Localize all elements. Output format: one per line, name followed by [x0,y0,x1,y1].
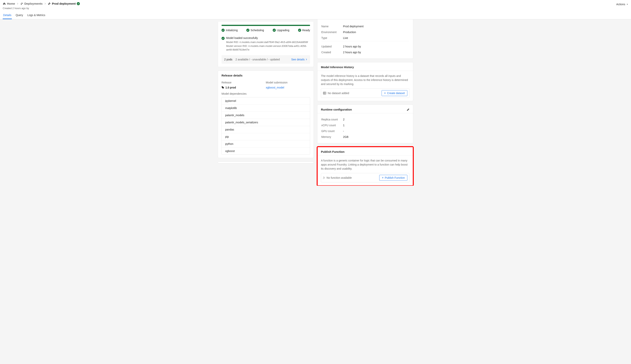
see-details-link[interactable]: See details [291,58,307,61]
stage-label: Scheduling [251,29,264,32]
breadcrumb-current: Prod deployment [48,2,80,5]
list-item: pandas [222,126,310,133]
meta-updated-label: Updated [321,44,343,49]
check-icon [273,29,276,32]
deps-label: Model dependencies [221,92,310,95]
meta-env-label: Environment [321,30,343,35]
list-item: pip [222,133,310,140]
meta-table: NameProd deployment EnvironmentProductio… [321,23,410,55]
vcpu-value: 1 [343,122,409,128]
stage-upgrading: Upgrading [273,29,289,32]
chevron-right-icon [44,3,46,5]
meta-name-label: Name [321,24,343,29]
list-item: palantir_models_serializers [222,119,310,126]
runtime-table: Replica count2 vCPU count1 GPU count- Me… [321,116,410,140]
runtime-card: Runtime configuration Replica count2 vCP… [317,104,413,143]
check-icon [221,29,225,32]
plus-icon: + [382,176,384,179]
stage-label: Upgrading [277,29,289,32]
pods-count: 2 pods [224,58,232,61]
memory-label: Memory [321,134,343,140]
stage-label: Initializing [226,29,238,32]
model-version-rid: Model version RID: ri.models.main.model-… [226,44,310,52]
home-icon [3,2,6,5]
no-function-label: No function available [327,176,352,179]
meta-type-value: Live [343,35,409,41]
check-icon [246,29,249,32]
actions-menu[interactable]: Actions [616,3,628,6]
next-card-peek [218,162,314,164]
vcpu-label: vCPU count [321,122,343,128]
tab-logs[interactable]: Logs & Metrics [27,12,46,19]
create-dataset-button[interactable]: + Create dataset [382,90,407,96]
stages: Initializing Scheduling Upgrading Ready [221,29,310,32]
gpu-value: - [343,128,409,134]
list-item: ipykernel [222,98,310,104]
publish-function-button[interactable]: + Publish Function [379,175,407,181]
divider [318,155,413,156]
pods-row: 2 pods 2 available / - unavailable / - u… [221,55,310,64]
meta-created-label: Created [321,50,343,55]
submission-label: Model submission [266,81,310,84]
meta-created-value: 2 hours ago by [343,50,409,55]
breadcrumb-home[interactable]: Home [3,2,15,5]
no-dataset-label: No dataset added [328,92,349,95]
breadcrumb: Home Deployments Prod deployment [0,0,631,6]
replica-value: 2 [343,117,409,122]
stage-label: Ready [302,29,310,32]
progress-bar [221,25,310,26]
meta-type-label: Type [321,35,343,41]
pencil-icon[interactable] [407,108,410,111]
no-function-text: fx No function available [323,176,352,179]
check-icon [221,37,225,40]
replica-label: Replica count [321,117,343,122]
gpu-label: GPU count [321,128,343,134]
model-rid: Model RID: ri.models.main.model.da87f04f… [226,40,310,44]
create-dataset-label: Create dataset [387,92,405,95]
list-item: python [222,140,310,148]
tag-icon [221,86,224,89]
deps-list: ipykernel matplotlib palantir_models pal… [221,97,310,155]
release-card: Release details Release 1.0 prod Model s… [218,70,314,158]
deploy-icon [20,2,23,5]
deploy-icon [48,2,51,5]
fx-icon: fx [323,176,325,179]
meta-card: NameProd deployment EnvironmentProductio… [317,19,413,59]
divider [318,113,413,113]
check-icon [298,29,301,32]
breadcrumb-home-label: Home [7,2,15,5]
tab-details[interactable]: Details [3,12,12,19]
actions-label: Actions [616,3,625,6]
list-item: matplotlib [222,104,310,112]
list-item: xgboost [222,148,310,154]
submission-link[interactable]: xgboost_model [266,86,284,89]
stage-scheduling: Scheduling [246,29,264,32]
model-loaded-text: Model loaded successfully [226,36,310,40]
inference-card: Model Inference History The model infere… [317,62,413,101]
pods-availability: 2 available / - unavailable / - updated [235,58,280,61]
no-dataset-text: No dataset added [323,92,349,95]
meta-env-value: Production [343,30,409,35]
plus-icon: + [384,92,386,95]
list-item: palantir_models [222,112,310,119]
created-subtitle: Created 2 hours ago by [0,6,631,12]
page-title: Prod deployment [52,2,76,5]
inference-title: Model Inference History [321,66,410,69]
status-check-icon [77,2,80,5]
breadcrumb-deployments[interactable]: Deployments [20,2,43,5]
runtime-title: Runtime configuration [321,108,352,111]
publish-card: Publish Function A function is a generic… [317,147,413,186]
table-icon [323,92,326,95]
publish-button-label: Publish Function [385,176,405,179]
chevron-right-icon [17,3,19,5]
tab-query[interactable]: Query [15,12,24,19]
publish-title: Publish Function [321,150,410,153]
inference-desc: The model inference history is a dataset… [321,74,410,86]
caret-down-icon [626,3,628,5]
breadcrumb-deployments-label: Deployments [25,2,43,5]
tabs: Details Query Logs & Metrics [0,12,631,19]
stage-initializing: Initializing [221,29,238,32]
stage-ready: Ready [298,29,310,32]
memory-value: 2GB [343,134,409,140]
chevron-right-icon [305,58,307,60]
